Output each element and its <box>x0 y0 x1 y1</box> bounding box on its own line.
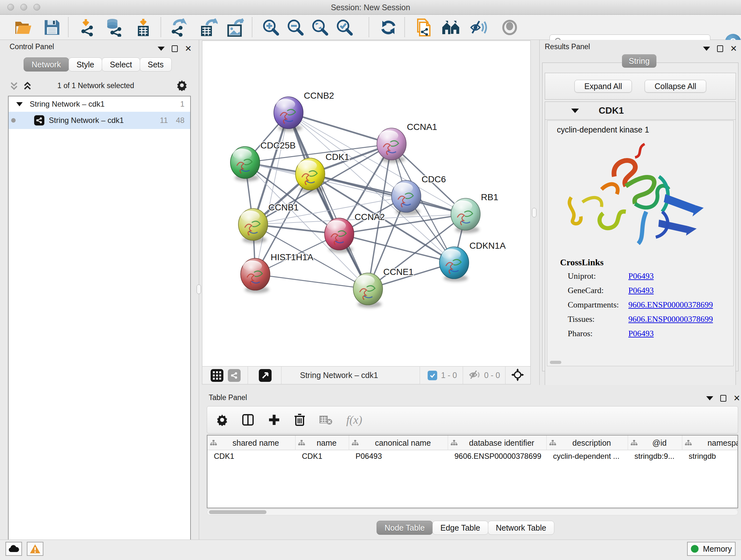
column-header-shared-name[interactable]: shared name <box>207 435 295 450</box>
tab-edge-table[interactable]: Edge Table <box>432 521 488 535</box>
delete-table-button[interactable] <box>319 415 333 425</box>
left-splitter-handle[interactable] <box>197 285 201 294</box>
panel-close-icon[interactable]: ✕ <box>185 44 192 53</box>
column-header-database-identifier[interactable]: database identifier <box>448 435 547 450</box>
zoom-selected-button[interactable] <box>335 18 354 37</box>
network-edge[interactable] <box>288 113 392 144</box>
crosslink-link[interactable]: 9606.ENSP00000378699 <box>628 300 713 314</box>
tree-expander-icon[interactable] <box>16 102 23 106</box>
network-node-cdkn1a[interactable]: CDKN1A <box>440 241 506 282</box>
column-header-canonical-name[interactable]: canonical name <box>349 435 448 450</box>
add-column-button[interactable] <box>268 414 280 426</box>
table-cell[interactable]: CDK1 <box>295 450 349 462</box>
network-node-rb1[interactable]: RB1 <box>451 192 498 233</box>
column-header--id[interactable]: @id <box>628 435 682 450</box>
detach-view-button[interactable] <box>259 369 272 382</box>
titlebar[interactable]: Session: New Session <box>0 0 741 15</box>
network-node-ccnb2[interactable]: CCNB2 <box>274 91 334 132</box>
open-session-button[interactable] <box>13 18 33 37</box>
crosslink-link[interactable]: P06493 <box>628 329 654 343</box>
collapse-all-button[interactable]: Collapse All <box>645 80 706 92</box>
delete-column-button[interactable] <box>294 413 306 427</box>
panel-float-icon[interactable] <box>706 396 713 400</box>
fit-content-button[interactable] <box>511 368 524 382</box>
network-node-ccna1[interactable]: CCNA1 <box>377 122 437 163</box>
table-cell[interactable]: cyclin-dependent ... <box>547 450 628 462</box>
panel-undock-icon[interactable] <box>172 45 178 52</box>
network-edge[interactable] <box>255 113 288 274</box>
network-edge[interactable] <box>255 274 368 289</box>
collapse-all-networks-button[interactable] <box>10 81 18 92</box>
tab-network-table[interactable]: Network Table <box>488 521 554 535</box>
scrollbar-thumb[interactable] <box>209 510 266 514</box>
hidden-eye-icon[interactable] <box>469 370 481 381</box>
tab-node-table[interactable]: Node Table <box>377 521 433 535</box>
zoom-in-button[interactable] <box>261 18 281 37</box>
right-splitter-handle[interactable] <box>532 208 536 217</box>
presentation-mode-button[interactable] <box>500 18 520 37</box>
export-network-button[interactable] <box>169 18 189 37</box>
export-image-button[interactable] <box>226 18 246 37</box>
import-network-button[interactable] <box>78 18 98 37</box>
network-collection-row[interactable]: String Network – cdk1 1 <box>9 97 190 112</box>
table-cell[interactable]: stringdb <box>682 450 738 462</box>
string-protein-query-button[interactable] <box>441 18 461 37</box>
gene-card-header[interactable]: CDK1 <box>545 102 736 120</box>
tab-sets[interactable]: Sets <box>140 57 172 71</box>
table-cell[interactable]: P06493 <box>349 450 448 462</box>
network-node-cdc25b[interactable]: CDC25B <box>230 140 295 181</box>
network-node-hist1h1a[interactable]: HIST1H1A <box>241 252 313 293</box>
panel-close-icon[interactable]: ✕ <box>733 394 740 402</box>
show-columns-button[interactable] <box>242 414 254 426</box>
network-node-ccne1[interactable]: CCNE1 <box>353 267 414 308</box>
table-cell[interactable]: 9606.ENSP00000378699 <box>448 450 547 462</box>
network-canvas[interactable]: CCNB2CCNA1CDC25BCDK1CDC6RB1CCNB1CCNA2CDK… <box>202 41 531 366</box>
network-graph[interactable]: CCNB2CCNA1CDC25BCDK1CDC6RB1CCNB1CCNA2CDK… <box>202 41 530 366</box>
table-row[interactable]: CDK1CDK1P064939606.ENSP00000378699cyclin… <box>207 450 738 462</box>
export-table-button[interactable] <box>199 18 218 37</box>
panel-undock-icon[interactable] <box>720 395 726 401</box>
panel-undock-icon[interactable] <box>717 45 723 52</box>
tab-style[interactable]: Style <box>69 57 103 71</box>
expand-all-networks-button[interactable] <box>23 81 32 92</box>
crosslink-link[interactable]: P06493 <box>628 286 654 300</box>
panel-close-icon[interactable]: ✕ <box>730 44 737 53</box>
zoom-fit-button[interactable] <box>310 18 330 37</box>
selected-checkbox-icon[interactable] <box>428 371 437 380</box>
panel-float-icon[interactable] <box>158 47 165 51</box>
network-panel-options-button[interactable] <box>176 79 188 92</box>
table-cell[interactable]: CDK1 <box>207 450 295 462</box>
tab-string[interactable]: String <box>622 54 657 68</box>
crosslink-link[interactable]: P06493 <box>628 271 654 286</box>
refresh-view-button[interactable] <box>379 18 398 37</box>
network-share-button[interactable] <box>228 369 241 382</box>
crosslink-link[interactable]: 9606.ENSP00000378699 <box>628 314 713 329</box>
import-network-from-database-button[interactable] <box>104 18 124 37</box>
network-row[interactable]: String Network – cdk1 11 48 <box>9 112 190 129</box>
panel-float-icon[interactable] <box>703 47 710 51</box>
table-horizontal-scrollbar[interactable] <box>207 509 738 515</box>
column-header-name[interactable]: name <box>295 435 349 450</box>
network-node-cdc6[interactable]: CDC6 <box>392 174 446 215</box>
tab-network[interactable]: Network <box>23 57 69 71</box>
import-table-button[interactable] <box>133 18 153 37</box>
function-builder-button[interactable]: f(x) <box>346 413 362 427</box>
network-node-ccna2[interactable]: CCNA2 <box>325 212 385 253</box>
warnings-button[interactable] <box>27 542 44 556</box>
tab-select[interactable]: Select <box>102 57 140 71</box>
expand-all-button[interactable]: Expand All <box>575 80 632 92</box>
network-edge[interactable] <box>288 113 368 289</box>
birdseye-grid-button[interactable] <box>211 369 223 382</box>
zoom-out-button[interactable] <box>286 18 306 37</box>
cloud-button[interactable] <box>5 542 22 556</box>
gene-card-scrollbar[interactable] <box>550 361 561 364</box>
collapse-gene-icon[interactable] <box>571 109 579 113</box>
save-session-button[interactable] <box>42 18 62 37</box>
string-import-button[interactable] <box>414 18 433 37</box>
column-header-namespace[interactable]: namespace <box>682 435 738 450</box>
column-header-description[interactable]: description <box>547 435 628 450</box>
table-cell[interactable]: stringdb:9... <box>628 450 682 462</box>
table-options-button[interactable] <box>216 414 228 426</box>
string-enhance-button[interactable] <box>469 18 489 37</box>
memory-button[interactable]: Memory <box>687 542 736 556</box>
